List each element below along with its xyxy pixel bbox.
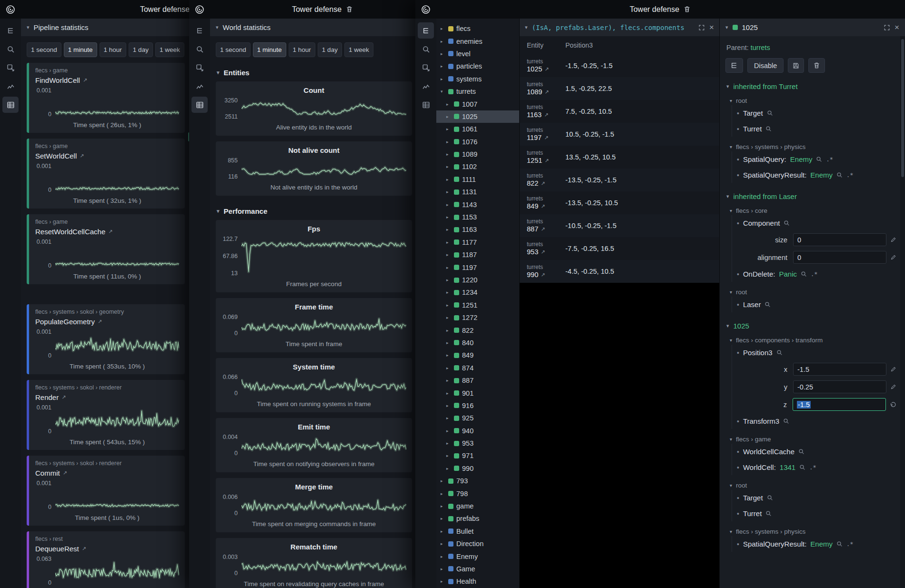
- chevron-right-icon[interactable]: ▸: [441, 554, 445, 559]
- chevron-right-icon[interactable]: ▸: [446, 353, 451, 358]
- component-row[interactable]: •SpatialQueryResult:Enemy.*: [732, 167, 897, 183]
- tree-item-1111[interactable]: ▸1111: [436, 173, 519, 186]
- entity-id[interactable]: 1251: [527, 157, 542, 165]
- chevron-right-icon[interactable]: ▸: [446, 366, 451, 370]
- component-row[interactable]: •SpatialQuery:Enemy.*: [732, 151, 897, 167]
- component-path[interactable]: ▾flecs › components › transform: [730, 337, 897, 344]
- search-icon[interactable]: [765, 510, 772, 517]
- tree-item-1102[interactable]: ▸1102: [436, 160, 519, 173]
- component-row[interactable]: •Position3: [732, 345, 897, 360]
- delete-world-icon[interactable]: [346, 6, 353, 13]
- chevron-right-icon[interactable]: ▸: [446, 164, 451, 169]
- chevron-down-icon[interactable]: ▾: [525, 25, 528, 30]
- component-path[interactable]: ▾root: [730, 482, 897, 489]
- query-result-row[interactable]: turrets1025↗-1.5, -0.25, -1.5: [520, 54, 719, 77]
- component-row[interactable]: •Turret: [732, 506, 897, 521]
- chevron-right-icon[interactable]: ▸: [446, 189, 451, 194]
- scrollbar-thumb[interactable]: [901, 39, 904, 177]
- query-result-row[interactable]: turrets1163↗7.5, -0.25, 10.5: [520, 100, 719, 123]
- query-result-row[interactable]: turrets887↗-10.5, -0.25, -1.5: [520, 214, 719, 237]
- table-tool-button[interactable]: [2, 97, 19, 113]
- stat-name[interactable]: PopulateGeometry↗: [35, 316, 179, 327]
- close-icon[interactable]: ×: [709, 23, 714, 31]
- external-link-icon[interactable]: ↗: [82, 546, 86, 552]
- tree-item-990[interactable]: ▸990: [436, 462, 519, 475]
- component-value[interactable]: Enemy: [810, 171, 833, 179]
- chevron-right-icon[interactable]: ▸: [446, 403, 451, 408]
- parent-link[interactable]: turrets: [751, 44, 770, 51]
- chevron-right-icon[interactable]: ▸: [441, 516, 445, 521]
- search-icon[interactable]: [801, 271, 807, 277]
- query-result-row[interactable]: turrets990↗-4.5, -0.25, 10.5: [520, 260, 719, 283]
- tree-item-925[interactable]: ▸925: [436, 412, 519, 424]
- chevron-right-icon[interactable]: ▸: [446, 102, 451, 107]
- table-tool-button[interactable]: [418, 97, 434, 113]
- tree-item-game[interactable]: ▸game: [436, 500, 519, 512]
- component-row[interactable]: •WorldCellCache: [732, 444, 897, 459]
- stat-name[interactable]: Render↗: [35, 392, 179, 402]
- external-link-icon[interactable]: ↗: [108, 229, 112, 235]
- external-link-icon[interactable]: ↗: [541, 249, 545, 255]
- search-icon[interactable]: [836, 541, 843, 547]
- time-range-1-minute[interactable]: 1 minute: [64, 42, 97, 57]
- entity-id[interactable]: 822: [527, 179, 538, 188]
- tree-item-1025[interactable]: ▸1025: [436, 110, 519, 123]
- search-icon[interactable]: [798, 448, 804, 455]
- value-input-y[interactable]: -0.25: [793, 380, 886, 393]
- tree-item-840[interactable]: ▸840: [436, 337, 519, 349]
- inspect-tool-button[interactable]: [191, 60, 208, 76]
- tree-item-1089[interactable]: ▸1089: [436, 148, 519, 160]
- external-link-icon[interactable]: ↗: [541, 272, 545, 278]
- tree-item-1007[interactable]: ▸1007: [436, 98, 519, 110]
- chart-tool-button[interactable]: [191, 78, 208, 94]
- chevron-right-icon[interactable]: ▸: [446, 303, 451, 308]
- external-link-icon[interactable]: ↗: [541, 180, 545, 187]
- tree-item-1061[interactable]: ▸1061: [436, 123, 519, 135]
- component-row[interactable]: •WorldCell:1341.*: [732, 459, 897, 475]
- query-result-row[interactable]: turrets1089↗1.5, -0.25, 22.5: [520, 77, 719, 100]
- tree-item-Bullet[interactable]: ▸Bullet: [436, 525, 519, 538]
- tree-tool-button[interactable]: [418, 22, 434, 39]
- external-link-icon[interactable]: ↗: [541, 226, 545, 232]
- query-result-row[interactable]: turrets1251↗13.5, -0.25, 10.5: [520, 146, 719, 169]
- column-header-entity[interactable]: Entity: [520, 41, 565, 49]
- time-range-1-day[interactable]: 1 day: [129, 42, 153, 57]
- chevron-right-icon[interactable]: ▸: [446, 265, 451, 270]
- tree-item-1131[interactable]: ▸1131: [436, 186, 519, 198]
- inspector-group-header[interactable]: ▾1025: [726, 322, 897, 330]
- value-input-alignment[interactable]: 0: [793, 251, 886, 264]
- external-link-icon[interactable]: ↗: [544, 158, 549, 164]
- chevron-right-icon[interactable]: ▸: [446, 127, 451, 131]
- tree-item-level[interactable]: ▸level: [436, 48, 519, 60]
- search-icon[interactable]: [783, 418, 789, 424]
- tree-item-1272[interactable]: ▸1272: [436, 311, 519, 324]
- entity-id[interactable]: 1163: [527, 111, 542, 119]
- component-value[interactable]: Enemy: [790, 155, 813, 163]
- tree-item-793[interactable]: ▸793: [436, 475, 519, 487]
- delete-world-icon[interactable]: [684, 6, 691, 13]
- component-value[interactable]: Panic: [779, 270, 797, 278]
- chevron-right-icon[interactable]: ▸: [446, 340, 451, 345]
- external-link-icon[interactable]: ↗: [61, 394, 66, 400]
- tree-item-1220[interactable]: ▸1220: [436, 274, 519, 286]
- chevron-right-icon[interactable]: ▸: [441, 64, 445, 69]
- tree-item-1076[interactable]: ▸1076: [436, 136, 519, 148]
- component-path[interactable]: ▾flecs › systems › physics: [730, 528, 897, 535]
- chevron-right-icon[interactable]: ▸: [446, 453, 451, 458]
- chevron-right-icon[interactable]: ▸: [446, 315, 451, 320]
- component-row[interactable]: •Target: [732, 105, 897, 121]
- component-row[interactable]: •SpatialQueryResult:Enemy.*: [732, 536, 897, 552]
- chevron-right-icon[interactable]: ▸: [446, 227, 451, 232]
- chevron-down-icon[interactable]: ▾: [441, 89, 445, 94]
- delete-button[interactable]: [808, 58, 825, 73]
- component-value[interactable]: 1341: [780, 463, 795, 471]
- search-tool-button[interactable]: [2, 41, 19, 57]
- query-result-row[interactable]: turrets849↗-13.5, -0.25, 10.5: [520, 191, 719, 214]
- tree-item-turrets[interactable]: ▾turrets: [436, 85, 519, 98]
- chevron-right-icon[interactable]: ▸: [446, 378, 451, 383]
- search-icon[interactable]: [767, 495, 773, 501]
- component-path[interactable]: ▾flecs › systems › physics: [730, 143, 897, 150]
- chevron-right-icon[interactable]: ▸: [441, 51, 445, 56]
- tree-item-940[interactable]: ▸940: [436, 425, 519, 437]
- chevron-right-icon[interactable]: ▸: [446, 429, 451, 433]
